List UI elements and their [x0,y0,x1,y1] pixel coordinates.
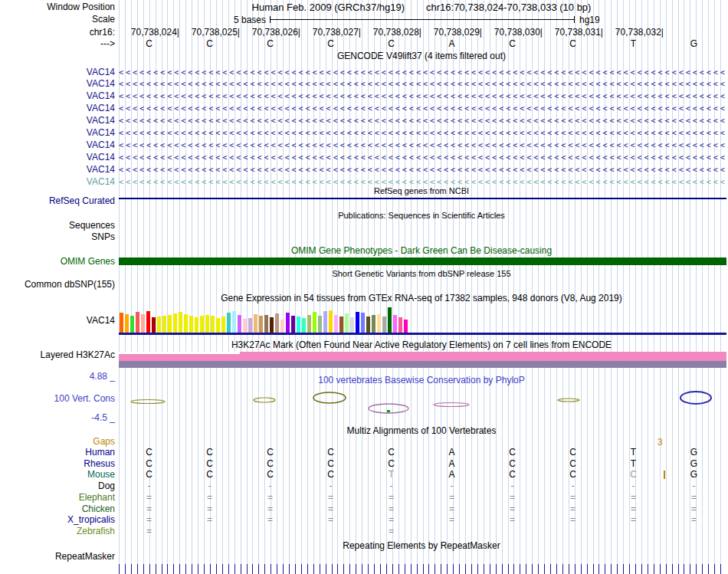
alignment-row-elephant[interactable]: ========== [119,493,724,503]
alignment-row-x_tropicalis[interactable]: ========== [119,515,724,525]
gtex-tissue-bar[interactable] [146,311,150,333]
gtex-tissue-bar[interactable] [313,312,316,333]
gencode-gene-label[interactable]: VAC14 [0,67,115,77]
gtex-tissue-bar[interactable] [334,315,338,333]
gtex-tissue-bar[interactable] [205,315,209,333]
gtex-tissue-bar[interactable] [291,316,295,333]
track-label-snps[interactable]: SNPs [0,232,115,242]
gtex-tissue-bar[interactable] [377,314,381,333]
species-label-human[interactable]: Human [0,448,115,458]
gtex-tissue-bar[interactable] [350,317,354,333]
gene-strand-arrows[interactable]: <<<<<<<<<<<<<<<<<<<<<<<<<<<<<<<<<<<<<<<<… [119,165,726,175]
gtex-tissue-bar[interactable] [382,317,386,333]
species-label-zebrafish[interactable]: Zebrafish [0,526,115,536]
track-label-gtex-gene[interactable]: VAC14 [0,316,115,326]
gtex-tissue-bar[interactable] [270,317,274,333]
track-label-100-vert-cons[interactable]: 100 Vert. Cons [0,394,115,404]
gene-strand-arrows[interactable]: <<<<<<<<<<<<<<<<<<<<<<<<<<<<<<<<<<<<<<<<… [119,140,726,150]
gtex-tissue-bar[interactable] [221,317,225,333]
gtex-tissue-bar[interactable] [323,311,327,333]
gtex-tissue-bar[interactable] [254,314,257,333]
gencode-gene-label[interactable]: VAC14 [0,103,115,113]
gtex-tissue-bar[interactable] [211,316,215,333]
gencode-gene-label[interactable]: VAC14 [0,177,115,187]
alignment-row-mouse[interactable]: CCCCTACCCG [119,470,724,480]
gtex-tissue-bar[interactable] [366,317,370,333]
gencode-gene-label[interactable]: VAC14 [0,165,115,175]
gencode-gene-label[interactable]: VAC14 [0,116,115,126]
gtex-tissue-bar[interactable] [318,316,322,333]
gtex-tissue-bar[interactable] [345,313,349,333]
gtex-tissue-bar[interactable] [329,310,333,333]
gencode-gene-label[interactable]: VAC14 [0,91,115,101]
species-label-elephant[interactable]: Elephant [0,493,115,503]
gtex-tissue-bar[interactable] [275,313,279,333]
h3k27ac-band-slate[interactable] [119,361,726,368]
alignment-row-chicken[interactable]: ========== [119,504,724,514]
gtex-tissue-bar[interactable] [286,313,290,333]
gene-strand-arrows[interactable]: <<<<<<<<<<<<<<<<<<<<<<<<<<<<<<<<<<<<<<<<… [119,79,726,89]
omim-track-bar[interactable] [119,257,726,265]
gtex-tissue-bar[interactable] [356,312,359,333]
gtex-tissue-bar[interactable] [398,317,402,333]
gene-strand-arrows[interactable]: <<<<<<<<<<<<<<<<<<<<<<<<<<<<<<<<<<<<<<<<… [119,103,726,113]
gtex-tissue-bar[interactable] [264,315,268,333]
gtex-expression-bars[interactable] [120,307,412,333]
track-label-refseq-curated[interactable]: RefSeq Curated [0,196,115,206]
gencode-gene-label[interactable]: VAC14 [0,140,115,150]
alignment-row-human[interactable]: CCCCCACCTG [119,448,724,458]
gtex-tissue-bar[interactable] [404,320,408,333]
gtex-tissue-bar[interactable] [184,314,188,333]
track-label-sequences[interactable]: Sequences [0,221,115,231]
alignment-row-zebrafish[interactable]: == [119,526,724,536]
gencode-gene-label[interactable]: VAC14 [0,128,115,138]
species-label-dog[interactable]: Dog [0,481,115,491]
gtex-tissue-bar[interactable] [189,316,193,333]
gtex-tissue-bar[interactable] [259,316,263,333]
track-label-layered-h3k27ac[interactable]: Layered H3K27Ac [0,350,115,360]
gtex-tissue-bar[interactable] [173,313,177,333]
species-label-chicken[interactable]: Chicken [0,504,115,514]
refseq-track-line[interactable] [119,198,726,199]
alignment-row-rhesus[interactable]: CCCCCACCTG [119,459,724,469]
gtex-tissue-bar[interactable] [227,313,231,333]
gtex-tissue-bar[interactable] [162,316,166,333]
conservation-track[interactable] [119,382,726,425]
gtex-tissue-bar[interactable] [372,315,375,333]
species-label-x_tropicalis[interactable]: X_tropicalis [0,515,115,525]
gtex-tissue-bar[interactable] [157,317,161,333]
track-label-common-dbsnp[interactable]: Common dbSNP(155) [0,280,115,290]
gtex-tissue-bar[interactable] [393,315,397,333]
gencode-gene-label[interactable]: VAC14 [0,153,115,162]
gtex-tissue-bar[interactable] [238,315,241,333]
gtex-tissue-bar[interactable] [388,307,392,333]
gtex-tissue-bar[interactable] [280,320,284,333]
gtex-tissue-bar[interactable] [179,312,182,333]
gtex-tissue-bar[interactable] [243,319,247,333]
gtex-tissue-bar[interactable] [248,318,252,333]
track-label-omim-genes[interactable]: OMIM Genes [0,257,115,267]
gtex-tissue-bar[interactable] [141,314,145,333]
gtex-tissue-bar[interactable] [152,317,156,333]
species-label-rhesus[interactable]: Rhesus [0,459,115,469]
gtex-tissue-bar[interactable] [168,315,172,333]
gene-strand-arrows[interactable]: <<<<<<<<<<<<<<<<<<<<<<<<<<<<<<<<<<<<<<<<… [119,91,726,101]
gtex-tissue-bar[interactable] [195,317,198,333]
track-label-gaps[interactable]: Gaps [0,437,115,447]
gtex-tissue-bar[interactable] [297,317,300,333]
gtex-tissue-bar[interactable] [120,313,123,333]
gtex-tissue-bar[interactable] [130,316,134,333]
gene-strand-arrows[interactable]: <<<<<<<<<<<<<<<<<<<<<<<<<<<<<<<<<<<<<<<<… [119,116,726,126]
gene-strand-arrows[interactable]: <<<<<<<<<<<<<<<<<<<<<<<<<<<<<<<<<<<<<<<<… [119,67,726,77]
gtex-tissue-bar[interactable] [361,313,365,333]
gtex-tissue-bar[interactable] [216,318,220,333]
gencode-gene-label[interactable]: VAC14 [0,79,115,89]
gene-strand-arrows[interactable]: <<<<<<<<<<<<<<<<<<<<<<<<<<<<<<<<<<<<<<<<… [119,128,726,138]
gtex-tissue-bar[interactable] [302,318,306,333]
gtex-tissue-bar[interactable] [136,312,139,333]
species-label-mouse[interactable]: Mouse [0,470,115,480]
gtex-tissue-bar[interactable] [339,317,343,333]
gtex-tissue-bar[interactable] [200,316,204,333]
gtex-tissue-bar[interactable] [125,314,129,333]
track-label-repeatmasker[interactable]: RepeatMasker [0,552,115,562]
